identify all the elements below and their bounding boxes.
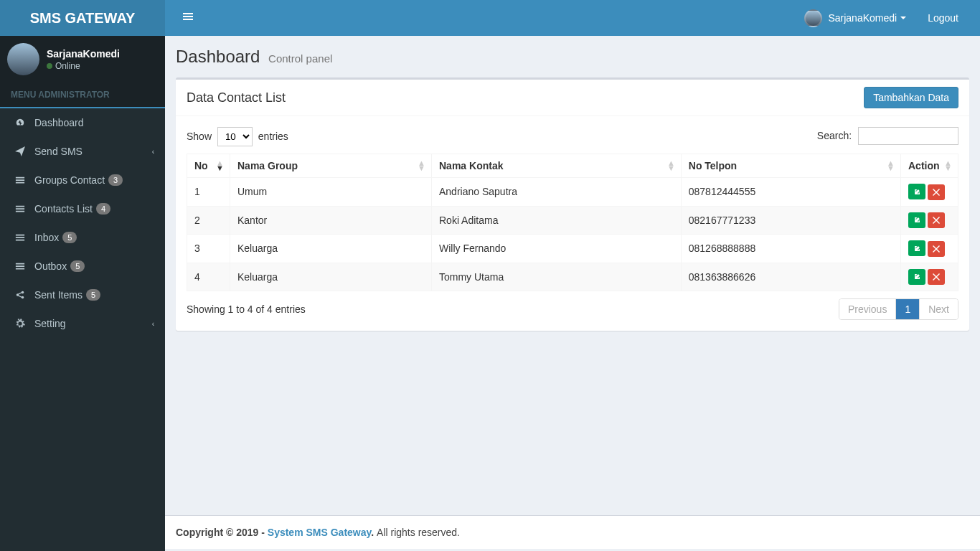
online-dot-icon: [47, 63, 52, 69]
cell-group: Keluarga: [230, 235, 432, 263]
col-group-label: Nama Group: [237, 160, 298, 171]
page-subtitle: Control panel: [268, 52, 332, 65]
user-status: Online: [47, 61, 120, 71]
show-prefix: Show: [187, 131, 212, 142]
next-button[interactable]: Next: [920, 299, 958, 319]
page-title: Dashboard Control panel: [176, 47, 332, 67]
page-1-button[interactable]: 1: [896, 299, 919, 319]
col-action: Action ▲▼: [901, 154, 958, 178]
col-kontak-label: Nama Kontak: [439, 160, 503, 171]
badge: 5: [70, 260, 85, 272]
cell-telpon: 081363886626: [681, 263, 900, 291]
cell-action: [901, 178, 958, 207]
search-label: Search:: [817, 130, 852, 141]
badge: 5: [62, 232, 77, 243]
edit-icon: [913, 273, 921, 281]
sidebar-item-sent-items[interactable]: Sent Items5: [2, 281, 165, 309]
caret-down-icon: [900, 17, 906, 19]
close-icon: [933, 273, 940, 281]
cell-group: Umum: [230, 178, 432, 207]
cell-telpon: 082167771233: [681, 206, 900, 235]
edit-icon: [913, 245, 921, 253]
sidebar-item-label: Sent Items: [34, 289, 83, 301]
col-action-label: Action: [908, 160, 940, 171]
cell-kontak: Roki Aditama: [432, 206, 682, 235]
sidebar-item-send-sms[interactable]: Send SMS‹: [2, 137, 165, 166]
badge: 3: [108, 174, 123, 186]
sidebar-item-label: Contacts List: [34, 203, 93, 215]
table-row: 3KeluargaWilly Fernando081268888888: [187, 235, 958, 263]
cell-group: Keluarga: [230, 263, 432, 291]
edit-button[interactable]: [908, 184, 925, 199]
sidebar-item-label: Send SMS: [34, 146, 83, 157]
avatar: [804, 9, 822, 27]
send-sms-icon: [13, 146, 27, 156]
sort-icon: ▲▼: [216, 161, 224, 171]
col-no-label: No: [194, 160, 208, 171]
sidebar-item-inbox[interactable]: Inbox5: [2, 223, 165, 252]
delete-button[interactable]: [928, 241, 945, 257]
sidebar-item-dashboard[interactable]: Dashboard: [2, 108, 165, 137]
cell-no: 3: [187, 235, 230, 263]
table-info: Showing 1 to 4 of 4 entries: [187, 303, 306, 315]
edit-button[interactable]: [908, 269, 925, 285]
sidebar-item-setting[interactable]: Setting‹: [2, 309, 165, 338]
cell-kontak: Willy Fernando: [432, 235, 682, 263]
col-no[interactable]: No ▲▼: [187, 154, 230, 178]
cell-action: [901, 263, 958, 291]
col-kontak[interactable]: Nama Kontak ▲▼: [432, 154, 682, 178]
brand-logo[interactable]: SMS GATEWAY: [0, 0, 165, 36]
search-input[interactable]: [858, 127, 958, 145]
add-data-button[interactable]: Tambahkan Data: [864, 87, 958, 108]
avatar: [7, 43, 39, 75]
col-group[interactable]: Nama Group ▲▼: [230, 154, 432, 178]
cell-no: 4: [187, 263, 230, 291]
cell-telpon: 087812444555: [681, 178, 900, 207]
col-telpon[interactable]: No Telpon ▲▼: [681, 154, 900, 178]
edit-icon: [913, 188, 921, 196]
sidebar-header: MENU ADMINISTRATOR: [0, 83, 165, 108]
close-icon: [933, 245, 940, 253]
sidebar-item-label: Groups Contact: [34, 174, 105, 186]
footer-link[interactable]: System SMS Gateway: [268, 527, 371, 538]
sidebar-item-contacts-list[interactable]: Contacts List4: [2, 194, 165, 223]
sidebar-toggle[interactable]: [176, 4, 200, 32]
logout-link[interactable]: Logout: [917, 1, 969, 34]
contacts-list-icon: [13, 204, 27, 214]
dashboard-icon: [13, 118, 27, 128]
chevron-left-icon: ‹: [152, 320, 154, 328]
edit-icon: [913, 216, 921, 224]
title-text: Dashboard: [176, 47, 260, 66]
delete-button[interactable]: [928, 212, 945, 228]
user-menu[interactable]: SarjanaKomedi: [797, 2, 913, 34]
cell-no: 1: [187, 178, 230, 207]
sidebar-item-label: Inbox: [34, 232, 59, 243]
delete-button[interactable]: [928, 184, 945, 200]
username-label: SarjanaKomedi: [828, 12, 897, 24]
user-panel: SarjanaKomedi Online: [0, 36, 165, 83]
length-select[interactable]: 10: [217, 127, 253, 146]
sidebar-item-label: Outbox: [34, 260, 67, 272]
badge: 4: [96, 203, 110, 215]
show-suffix: entries: [258, 131, 288, 142]
sort-icon: ▲▼: [667, 161, 675, 171]
footer: Copyright © 2019 - System SMS Gateway. A…: [165, 515, 980, 549]
delete-button[interactable]: [928, 269, 945, 285]
chevron-left-icon: ‹: [152, 148, 154, 156]
edit-button[interactable]: [908, 212, 925, 228]
sidebar-item-label: Setting: [34, 318, 66, 329]
table-row: 2KantorRoki Aditama082167771233: [187, 206, 958, 235]
cell-group: Kantor: [230, 206, 432, 235]
table-row: 4KeluargaTommy Utama081363886626: [187, 263, 958, 291]
sort-icon: ▲▼: [887, 161, 895, 171]
edit-button[interactable]: [908, 240, 925, 256]
length-control: Show 10 entries: [187, 127, 288, 146]
sidebar-item-outbox[interactable]: Outbox5: [2, 252, 165, 281]
table-row: 1UmumAndriano Saputra087812444555: [187, 178, 958, 207]
groups-contact-icon: [13, 175, 27, 185]
prev-button[interactable]: Previous: [839, 299, 895, 319]
inbox-icon: [13, 232, 27, 242]
cell-no: 2: [187, 206, 230, 235]
user-name-label: SarjanaKomedi: [47, 48, 120, 60]
sidebar-item-groups-contact[interactable]: Groups Contact3: [2, 166, 165, 194]
